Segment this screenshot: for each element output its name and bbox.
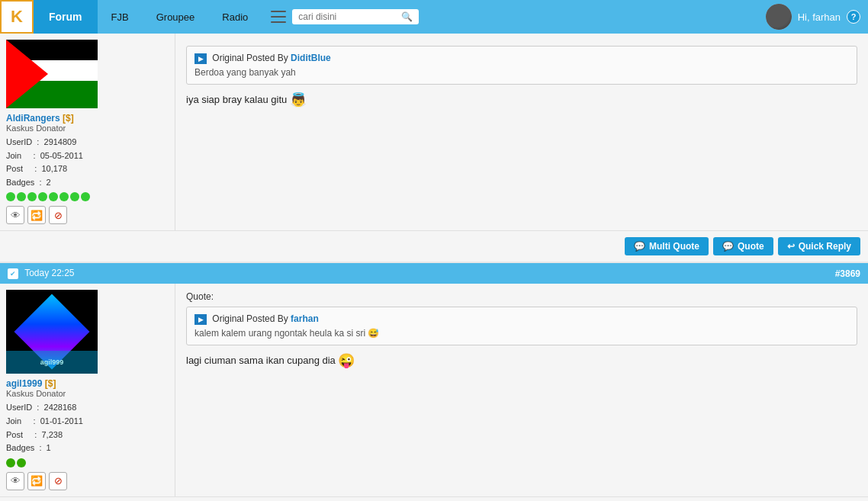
post-number: #3869 bbox=[835, 268, 860, 279]
date-time: Today 22:25 bbox=[24, 268, 74, 278]
report-button-2[interactable]: ⊘ bbox=[49, 472, 67, 490]
quote-button-1[interactable]: 💬 Quote bbox=[713, 237, 773, 255]
post-block-1: AldiRangers [$] Kaskus Donator UserID : … bbox=[0, 34, 868, 262]
greeting-text: Hi, farhan bbox=[798, 11, 841, 23]
menu-line-3 bbox=[271, 21, 286, 23]
avatar-image bbox=[766, 4, 792, 30]
logo-icon: K bbox=[11, 7, 23, 27]
send-message-button-1[interactable]: 🔁 bbox=[27, 206, 46, 224]
menu-line-2 bbox=[271, 16, 286, 18]
content-area: AldiRangers [$] Kaskus Donator UserID : … bbox=[0, 34, 868, 501]
send-message-button-2[interactable]: 🔁 bbox=[27, 472, 46, 490]
user-badge-2: [$] bbox=[45, 378, 56, 389]
quote-label-1: Original Posted By bbox=[212, 53, 288, 63]
view-profile-button-1[interactable]: 👁 bbox=[6, 206, 24, 224]
rep-dot bbox=[27, 192, 37, 201]
post-actions-2: WAP 💬 Multi Quote 💬 Quote ↩ Quick Reply bbox=[0, 496, 868, 501]
quote-arrow-1: ▶ bbox=[194, 53, 207, 64]
post-row-1: Post : 10,178 bbox=[6, 162, 169, 176]
user-icons-1: 👁 🔁 ⊘ bbox=[6, 206, 169, 224]
quote-header-2: ▶ Original Posted By farhan bbox=[194, 313, 849, 325]
quote-text-2: kalem kalem urang ngontak heula ka si sr… bbox=[194, 328, 849, 339]
post-block-2: agil999 agil1999 [$] Kaskus Donator User… bbox=[0, 284, 868, 501]
user-badge-1: [$] bbox=[63, 113, 74, 124]
quote-author-1[interactable]: DiditBlue bbox=[291, 53, 331, 63]
post-text-2: lagi ciuman sama ikan cupang dia 😜 bbox=[186, 350, 857, 372]
nav-fjb[interactable]: FJB bbox=[98, 0, 143, 34]
help-icon[interactable]: ? bbox=[847, 10, 860, 24]
date-left: ✔ Today 22:25 bbox=[8, 268, 75, 279]
logo-box[interactable]: K bbox=[0, 0, 34, 34]
nav-forum[interactable]: Forum bbox=[34, 0, 98, 34]
rep-dot bbox=[81, 192, 90, 201]
user-meta-2: UserID : 2428168 Join : 01-01-2011 Post bbox=[6, 401, 169, 454]
search-input[interactable] bbox=[298, 11, 397, 22]
user-panel-1: AldiRangers [$] Kaskus Donator UserID : … bbox=[0, 34, 175, 230]
search-box: 🔍 bbox=[292, 9, 419, 24]
quote-box-1: ▶ Original Posted By DiditBlue Berdoa ya… bbox=[186, 46, 857, 85]
post-emoji-1: 👼 bbox=[290, 92, 307, 108]
rep-dot-2b bbox=[17, 458, 26, 467]
rep-dot bbox=[17, 192, 26, 201]
post-content-2: Quote: ▶ Original Posted By farhan kalem… bbox=[175, 284, 868, 496]
username-2[interactable]: agil1999 bbox=[6, 378, 42, 389]
avatar-image-1 bbox=[6, 40, 98, 108]
thread-date-bar: ✔ Today 22:25 #3869 bbox=[0, 263, 868, 284]
quick-reply-button-1[interactable]: ↩ Quick Reply bbox=[778, 237, 860, 255]
main-wrapper: AldiRangers [$] Kaskus Donator UserID : … bbox=[0, 34, 868, 501]
multi-quote-button-1[interactable]: 💬 Multi Quote bbox=[625, 237, 709, 255]
quick-reply-icon-1: ↩ bbox=[787, 241, 795, 252]
rep-dot bbox=[70, 192, 79, 201]
post-top-2: agil999 agil1999 [$] Kaskus Donator User… bbox=[0, 284, 868, 496]
user-meta-1: UserID : 2914809 Join : 05-05-2011 Post bbox=[6, 136, 169, 189]
post-actions-1: 💬 Multi Quote 💬 Quote ↩ Quick Reply bbox=[0, 230, 868, 262]
quote-label-outer: Quote: bbox=[186, 291, 857, 302]
join-row-1: Join : 05-05-2011 bbox=[6, 149, 169, 163]
user-avatar-1 bbox=[6, 40, 98, 108]
post-text-1: iya siap bray kalau gitu 👼 bbox=[186, 89, 857, 111]
rep-dot bbox=[59, 192, 69, 201]
post-top-1: AldiRangers [$] Kaskus Donator UserID : … bbox=[0, 34, 868, 230]
quote-icon-1: 💬 bbox=[722, 241, 734, 252]
rep-dot bbox=[49, 192, 58, 201]
nav-radio[interactable]: Radio bbox=[208, 0, 262, 34]
rep-dot bbox=[38, 192, 47, 201]
avatar-image-2: agil999 bbox=[6, 290, 98, 374]
user-panel-2: agil999 agil1999 [$] Kaskus Donator User… bbox=[0, 284, 175, 496]
report-button-1[interactable]: ⊘ bbox=[49, 206, 67, 224]
menu-icon[interactable] bbox=[271, 11, 286, 23]
quote-author-2[interactable]: farhan bbox=[291, 313, 319, 324]
userid-row-1: UserID : 2914809 bbox=[6, 136, 169, 149]
reputation-bar-2 bbox=[6, 458, 169, 467]
multi-quote-icon-1: 💬 bbox=[634, 241, 645, 252]
avatar bbox=[766, 4, 792, 30]
original-label-2: Original Posted By bbox=[212, 313, 288, 324]
user-avatar-2: agil999 bbox=[6, 290, 98, 374]
join-row-2: Join : 01-01-2011 bbox=[6, 415, 169, 429]
view-profile-button-2[interactable]: 👁 bbox=[6, 472, 24, 490]
reputation-bar-1 bbox=[6, 192, 169, 201]
user-icons-2: 👁 🔁 ⊘ bbox=[6, 472, 169, 490]
header: K Forum FJB Groupee Radio 🔍 Hi, farhan ? bbox=[0, 0, 868, 34]
header-right: Hi, farhan ? bbox=[766, 4, 868, 30]
quote-box-2: ▶ Original Posted By farhan kalem kalem … bbox=[186, 307, 857, 345]
user-role-2: Kaskus Donator bbox=[6, 389, 169, 398]
quote-text-1: Berdoa yang banyak yah bbox=[194, 67, 849, 78]
post-row-2: Post : 7,238 bbox=[6, 429, 169, 442]
nav-groupee[interactable]: Groupee bbox=[143, 0, 209, 34]
rep-dot bbox=[6, 192, 15, 201]
badges-row-1: Badges : 2 bbox=[6, 176, 169, 190]
quote-arrow-2: ▶ bbox=[194, 314, 207, 325]
username-1[interactable]: AldiRangers bbox=[6, 113, 60, 124]
userid-row-2: UserID : 2428168 bbox=[6, 401, 169, 415]
post-emoji-2: 😜 bbox=[338, 353, 355, 368]
post-content-1: ▶ Original Posted By DiditBlue Berdoa ya… bbox=[175, 34, 868, 230]
user-role-1: Kaskus Donator bbox=[6, 124, 169, 133]
badges-row-2: Badges : 1 bbox=[6, 442, 169, 455]
rep-dot-2a bbox=[6, 458, 15, 467]
menu-line-1 bbox=[271, 11, 286, 12]
quote-header-1: ▶ Original Posted By DiditBlue bbox=[194, 53, 849, 64]
search-icon[interactable]: 🔍 bbox=[401, 11, 413, 22]
check-icon: ✔ bbox=[8, 268, 18, 279]
